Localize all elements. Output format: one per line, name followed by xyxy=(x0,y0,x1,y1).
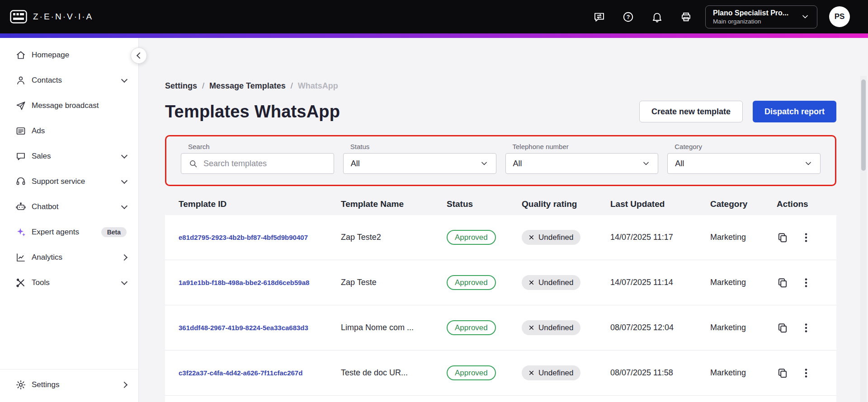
create-new-template-button[interactable]: Create new template xyxy=(639,101,743,122)
sidebar-item-expert-agents[interactable]: Expert agents Beta xyxy=(0,220,138,245)
template-id-link[interactable]: 1a91e1bb-f18b-498a-bbe2-618d6ceb59a8 xyxy=(179,279,309,286)
chevron-down-icon xyxy=(480,159,489,168)
telephone-number-label: Telephone number xyxy=(513,143,659,150)
help-icon[interactable]: ? xyxy=(621,10,635,23)
support-icon xyxy=(15,176,26,187)
sidebar-item-sales[interactable]: Sales xyxy=(0,144,138,169)
chevron-down-icon xyxy=(121,177,127,183)
vertical-scrollbar[interactable] xyxy=(860,76,867,402)
chevron-down-icon xyxy=(804,159,813,168)
copy-icon[interactable] xyxy=(777,277,788,289)
table-row: c3f22a37-c4fa-4d42-a626-7f11cfac267d Tes… xyxy=(165,351,836,396)
templates-table: Template ID Template Name Status Quality… xyxy=(165,193,836,402)
template-id-link[interactable]: 361ddf48-2967-41b9-8224-5ea33ca683d3 xyxy=(179,324,308,332)
kebab-menu-icon[interactable] xyxy=(800,367,812,379)
chevron-left-icon xyxy=(137,52,143,59)
avatar[interactable]: PS xyxy=(829,6,850,27)
breadcrumb-separator: / xyxy=(202,81,204,91)
template-name-cell: Limpa Nome com ... xyxy=(341,323,447,332)
search-control xyxy=(181,153,334,174)
template-id-link[interactable]: e81d2795-2923-4b2b-bf87-4bf5d9b90407 xyxy=(179,234,308,241)
sidebar-item-label: Message broadcast xyxy=(32,101,127,110)
row-actions xyxy=(777,367,836,379)
sidebar-item-label: Contacts xyxy=(32,76,117,85)
category-cell: Marketing xyxy=(710,323,777,332)
sidebar: Homepage Contacts Message broadcast xyxy=(0,38,139,402)
search-input[interactable] xyxy=(203,159,326,168)
sidebar-item-label: Settings xyxy=(32,380,117,389)
last-updated-cell: 14/07/2025 11:17 xyxy=(610,233,710,242)
category-select[interactable]: All xyxy=(667,153,821,174)
breadcrumb: Settings / Message Templates / WhatsApp xyxy=(165,81,836,91)
kebab-menu-icon[interactable] xyxy=(800,322,812,334)
dispatch-report-button[interactable]: Dispatch report xyxy=(753,101,836,122)
category-select-value: All xyxy=(675,159,684,168)
sidebar-item-label: Expert agents xyxy=(32,228,96,237)
category-cell: Marketing xyxy=(710,368,777,378)
print-icon[interactable] xyxy=(679,10,693,23)
status-select[interactable]: All xyxy=(343,153,496,174)
notifications-icon[interactable] xyxy=(650,10,664,23)
template-id-link[interactable]: c3f22a37-c4fa-4d42-a626-7f11cfac267d xyxy=(179,369,302,377)
column-header-quality-rating: Quality rating xyxy=(522,199,610,209)
contacts-icon xyxy=(15,75,26,86)
svg-text:?: ? xyxy=(626,14,630,20)
sidebar-item-message-broadcast[interactable]: Message broadcast xyxy=(0,93,138,118)
chevron-down-icon xyxy=(121,202,127,209)
category-cell: Marketing xyxy=(710,278,777,287)
quality-rating-label: Undefined xyxy=(538,369,574,378)
sidebar-item-support-service[interactable]: Support service xyxy=(0,169,138,194)
copy-icon[interactable] xyxy=(777,232,788,243)
sidebar-item-label: Chatbot xyxy=(32,202,117,211)
kebab-menu-icon[interactable] xyxy=(800,277,812,289)
quality-rating-badge: Undefined xyxy=(522,230,580,245)
organization-selector[interactable]: Plano Specialist Pro... Main organizatio… xyxy=(705,5,817,28)
template-name-cell: Zap Teste xyxy=(341,278,447,287)
status-badge: Approved xyxy=(447,275,496,290)
sidebar-item-contacts[interactable]: Contacts xyxy=(0,68,138,93)
table-row: 361ddf48-2967-41b9-8224-5ea33ca683d3 Lim… xyxy=(165,305,836,351)
sidebar-item-label: Sales xyxy=(32,152,117,161)
main-content: Settings / Message Templates / WhatsApp … xyxy=(139,38,868,402)
sidebar-item-analytics[interactable]: Analytics xyxy=(0,245,138,270)
sidebar-item-ads[interactable]: Ads xyxy=(0,118,138,144)
sidebar-item-label: Ads xyxy=(32,126,127,136)
sidebar-item-label: Tools xyxy=(32,278,117,287)
row-actions xyxy=(777,322,836,334)
scrollbar-thumb[interactable] xyxy=(861,79,866,171)
chevron-down-icon xyxy=(121,278,127,285)
breadcrumb-settings[interactable]: Settings xyxy=(165,81,197,91)
breadcrumb-separator: / xyxy=(291,81,293,91)
last-updated-cell: 08/07/2025 11:58 xyxy=(610,368,710,378)
column-header-template-name: Template Name xyxy=(341,199,447,209)
telephone-number-select-value: All xyxy=(513,159,522,168)
chevron-down-icon xyxy=(801,12,810,21)
chevron-right-icon xyxy=(121,254,127,261)
home-icon xyxy=(15,50,26,61)
breadcrumb-message-templates[interactable]: Message Templates xyxy=(209,81,286,91)
status-select-value: All xyxy=(351,159,360,168)
sidebar-item-label: Analytics xyxy=(32,253,117,262)
conversations-icon[interactable] xyxy=(592,10,606,23)
sidebar-item-homepage[interactable]: Homepage xyxy=(0,42,138,68)
page-title: Templates WhatsApp xyxy=(165,102,340,122)
quality-rating-badge: Undefined xyxy=(522,365,580,380)
sidebar-collapse-button[interactable] xyxy=(131,47,147,64)
sales-icon xyxy=(15,151,26,162)
zenvia-logo[interactable]: Z·E·N·V·I·A xyxy=(10,10,93,23)
filter-phone-group: Telephone number All xyxy=(505,143,659,174)
kebab-menu-icon[interactable] xyxy=(800,232,812,243)
column-header-template-id: Template ID xyxy=(179,199,341,209)
column-header-category: Category xyxy=(710,199,777,209)
quality-rating-badge: Undefined xyxy=(522,320,580,335)
template-name-cell: Teste de doc UR... xyxy=(341,368,447,378)
copy-icon[interactable] xyxy=(777,367,788,379)
brand-gradient-strip xyxy=(0,33,868,38)
gear-icon xyxy=(15,379,26,390)
sidebar-item-settings[interactable]: Settings xyxy=(0,372,138,397)
send-icon xyxy=(15,100,26,111)
telephone-number-select[interactable]: All xyxy=(505,153,659,174)
sidebar-item-chatbot[interactable]: Chatbot xyxy=(0,194,138,220)
sidebar-item-tools[interactable]: Tools xyxy=(0,270,138,295)
copy-icon[interactable] xyxy=(777,322,788,334)
